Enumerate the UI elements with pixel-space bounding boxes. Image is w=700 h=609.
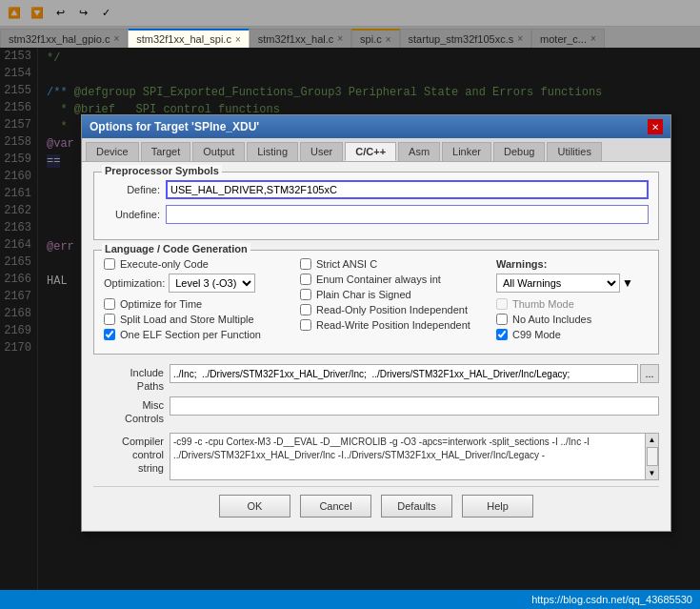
no-auto-row: No Auto Includes — [496, 314, 649, 325]
language-group: Language / Code Generation Execute-only … — [93, 250, 659, 355]
read-only-check[interactable] — [300, 304, 311, 315]
compiler-box: -c99 -c -cpu Cortex-M3 -D__EVAL -D__MICR… — [170, 433, 659, 480]
include-paths-input[interactable] — [170, 364, 638, 383]
read-only-label: Read-Only Position Independent — [316, 304, 468, 315]
one-elf-check[interactable] — [104, 329, 115, 340]
plain-char-check[interactable] — [300, 289, 311, 300]
enum-container-label: Enum Container always int — [316, 274, 441, 285]
thumb-mode-check[interactable] — [496, 298, 508, 310]
define-label: Define: — [104, 184, 166, 195]
enum-container-check[interactable] — [300, 274, 311, 285]
tab-utilities[interactable]: Utilities — [547, 142, 601, 161]
execute-only-check[interactable] — [104, 258, 115, 270]
split-load-check[interactable] — [104, 314, 115, 325]
strict-ansi-row: Strict ANSI C — [300, 258, 487, 270]
dialog-title: Options for Target 'SPIne_XDU' — [90, 120, 259, 133]
include-paths-row: IncludePaths ... — [93, 364, 659, 393]
execute-only-label: Execute-only Code — [120, 258, 209, 270]
plain-char-row: Plain Char is Signed — [300, 289, 487, 300]
status-url: https://blog.csdn.net/qq_43685530 — [531, 594, 692, 605]
misc-controls-input[interactable] — [170, 396, 659, 416]
tab-cc[interactable]: C/C++ — [345, 142, 396, 161]
scroll-up-arrow[interactable]: ▲ — [647, 434, 658, 446]
undefine-label: Undefine: — [104, 209, 166, 220]
tab-user[interactable]: User — [300, 142, 343, 161]
define-row: Define: — [104, 180, 649, 199]
language-group-label: Language / Code Generation — [102, 243, 250, 254]
tab-spi[interactable]: stm32f1xx_hal_spi.c × — [128, 29, 250, 48]
opt-time-label: Optimize for Time — [120, 298, 202, 310]
no-auto-label: No Auto Includes — [512, 314, 591, 325]
undefine-input[interactable] — [166, 205, 649, 224]
dialog: Options for Target 'SPIne_XDU' ✕ Device … — [81, 114, 671, 532]
define-input[interactable] — [166, 180, 649, 199]
lang-right-col: Warnings: All Warnings ▼ Thumb Mode No A… — [496, 258, 649, 344]
tab-output[interactable]: Output — [192, 142, 245, 161]
optimization-label: Optimization: — [104, 277, 165, 289]
optimization-select[interactable]: Level 3 (-O3) — [169, 274, 255, 293]
c99-mode-row: C99 Mode — [496, 329, 649, 340]
include-paths-browse-button[interactable]: ... — [640, 364, 659, 383]
tab-linker[interactable]: Linker — [442, 142, 491, 161]
tab-asm[interactable]: Asm — [398, 142, 440, 161]
undefine-row: Undefine: — [104, 205, 649, 224]
dialog-titlebar: Options for Target 'SPIne_XDU' ✕ — [82, 115, 670, 138]
thumb-mode-label: Thumb Mode — [512, 298, 574, 310]
include-paths-label: IncludePaths — [93, 364, 170, 393]
read-write-row: Read-Write Position Independent — [300, 319, 487, 331]
c99-mode-label: C99 Mode — [512, 329, 561, 340]
split-load-label: Split Load and Store Multiple — [120, 314, 254, 325]
strict-ansi-label: Strict ANSI C — [316, 258, 377, 270]
optimization-row: Optimization: Level 3 (-O3) — [104, 274, 290, 293]
tab-listing[interactable]: Listing — [247, 142, 298, 161]
dialog-body: Preprocessor Symbols Define: Undefine: L… — [82, 162, 670, 531]
one-elf-label: One ELF Section per Function — [120, 329, 261, 340]
preprocessor-group-label: Preprocessor Symbols — [102, 165, 222, 176]
scroll-track — [647, 447, 658, 466]
lang-left-col: Execute-only Code Optimization: Level 3 … — [104, 258, 290, 344]
scroll-down-arrow[interactable]: ▼ — [647, 467, 658, 479]
enum-container-row: Enum Container always int — [300, 274, 487, 285]
lang-mid-col: Strict ANSI C Enum Container always int … — [300, 258, 487, 344]
read-only-row: Read-Only Position Independent — [300, 304, 487, 315]
compiler-area: Compilercontrolstring -c99 -c -cpu Corte… — [93, 433, 659, 480]
compiler-label: Compilercontrolstring — [93, 433, 170, 475]
opt-time-check[interactable] — [104, 298, 115, 310]
misc-controls-row: MiscControls — [93, 396, 659, 425]
defaults-button[interactable]: Defaults — [381, 495, 452, 518]
compiler-scrollbar[interactable]: ▲ ▼ — [645, 434, 658, 479]
warnings-label: Warnings: — [496, 258, 649, 270]
tab-device[interactable]: Device — [86, 142, 139, 161]
include-section: IncludePaths ... MiscControls — [93, 364, 659, 425]
opt-time-row: Optimize for Time — [104, 298, 290, 310]
dialog-close-button[interactable]: ✕ — [648, 119, 663, 134]
ok-button[interactable]: OK — [219, 495, 290, 518]
warnings-dropdown-arrow: ▼ — [622, 276, 633, 290]
read-write-label: Read-Write Position Independent — [316, 319, 470, 331]
preprocessor-group: Preprocessor Symbols Define: Undefine: — [93, 172, 659, 240]
tab-debug[interactable]: Debug — [493, 142, 545, 161]
tab-target[interactable]: Target — [141, 142, 191, 161]
no-auto-check[interactable] — [496, 314, 508, 325]
c99-mode-check[interactable] — [496, 329, 508, 340]
thumb-mode-row: Thumb Mode — [496, 298, 649, 310]
read-write-check[interactable] — [300, 319, 311, 331]
one-elf-row: One ELF Section per Function — [104, 329, 290, 340]
tab-spi-close[interactable]: × — [235, 34, 241, 45]
cancel-button[interactable]: Cancel — [300, 495, 371, 518]
strict-ansi-check[interactable] — [300, 258, 311, 270]
status-bar: https://blog.csdn.net/qq_43685530 — [0, 590, 700, 609]
plain-char-label: Plain Char is Signed — [316, 289, 411, 300]
dialog-buttons: OK Cancel Defaults Help — [93, 486, 659, 521]
compiler-text: -c99 -c -cpu Cortex-M3 -D__EVAL -D__MICR… — [173, 436, 655, 462]
tab-spi-label: stm32f1xx_hal_spi.c — [136, 33, 231, 45]
execute-only-row: Execute-only Code — [104, 258, 290, 270]
misc-controls-label: MiscControls — [93, 396, 170, 425]
dialog-tabs: Device Target Output Listing User C/C++ … — [82, 138, 670, 162]
split-load-row: Split Load and Store Multiple — [104, 314, 290, 325]
warnings-select[interactable]: All Warnings — [496, 274, 620, 293]
help-button[interactable]: Help — [462, 495, 533, 518]
